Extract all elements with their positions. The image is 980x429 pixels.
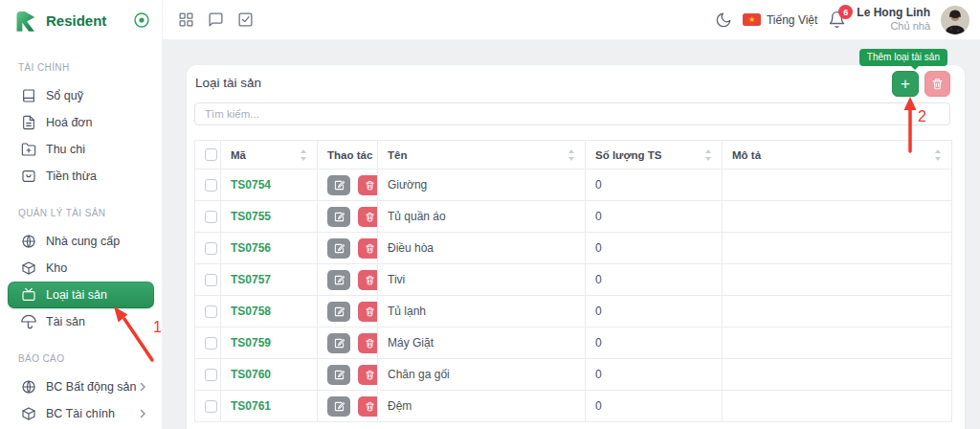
card-actions: + (892, 71, 950, 97)
grid-icon[interactable] (178, 11, 194, 28)
column-header[interactable]: Mô tả (723, 141, 952, 169)
sort-icon[interactable] (300, 149, 307, 161)
asset-type-code-link[interactable]: TS0759 (231, 336, 271, 350)
sidebar-item-tien-thua[interactable]: Tiền thừa (0, 163, 162, 190)
asset-type-code-link[interactable]: TS0755 (231, 210, 271, 223)
sidebar-item-tai-san[interactable]: Tài sản (0, 308, 162, 335)
asset-type-code-link[interactable]: TS0760 (231, 368, 271, 381)
column-header[interactable]: Số lượng TS (586, 141, 723, 169)
sidebar-item-bc-bat-dong-san[interactable]: BC Bất động sản (0, 373, 162, 400)
chevron-right-icon (137, 408, 148, 419)
asset-type-name: Tủ quần áo (378, 201, 586, 233)
dark-mode-moon-icon[interactable] (715, 11, 732, 29)
notifications-bell[interactable]: 6 (828, 11, 846, 29)
edit-button[interactable] (327, 396, 350, 417)
pencil-square-icon (334, 212, 345, 222)
edit-button[interactable] (327, 365, 350, 385)
row-checkbox[interactable] (205, 274, 217, 286)
edit-button[interactable] (327, 207, 350, 227)
delete-row-button[interactable] (358, 175, 377, 195)
sidebar-item-nha-cung-cap[interactable]: Nhà cung cấp (0, 228, 162, 255)
asset-type-code-link[interactable]: TS0754 (231, 178, 271, 192)
user-menu[interactable]: Le Hong Linh Chủ nhà (857, 6, 930, 34)
delete-row-button[interactable] (358, 396, 377, 417)
globe-icon (21, 234, 36, 249)
asset-type-desc (723, 264, 952, 296)
delete-row-button[interactable] (358, 238, 377, 259)
logo-row: Resident (0, 0, 162, 40)
sidebar-item-hoa-don[interactable]: Hoá đơn (0, 109, 162, 136)
content-area: Loại tài sản Thêm loại tài sản + Mã Tha (163, 40, 980, 429)
row-checkbox[interactable] (205, 211, 217, 223)
trash-icon (365, 275, 375, 285)
language-selector[interactable]: ★ Tiếng Việt (743, 13, 817, 27)
avatar[interactable] (941, 6, 969, 34)
sidebar-item-loai-tai-san[interactable]: Loại tài sản (8, 282, 154, 308)
app-window: Resident TÀI CHÍNH Sổ quỹ Hoá đơn Thu ch… (0, 0, 980, 429)
row-checkbox[interactable] (205, 369, 217, 381)
sidebar-item-kho[interactable]: Kho (0, 255, 162, 282)
asset-type-name: Giường (378, 169, 586, 201)
delete-row-button[interactable] (358, 333, 377, 353)
column-header[interactable]: Thao tác (318, 141, 378, 169)
row-checkbox[interactable] (205, 179, 217, 192)
bulk-delete-button[interactable] (924, 71, 950, 97)
header-left-icons (178, 11, 254, 28)
asset-type-code-link[interactable]: TS0756 (231, 241, 271, 255)
sort-icon[interactable] (704, 149, 712, 161)
trash-icon (365, 212, 375, 222)
edit-button[interactable] (327, 302, 350, 322)
chat-icon[interactable] (208, 11, 224, 28)
trash-icon (365, 243, 375, 254)
row-checkbox[interactable] (205, 305, 217, 318)
add-asset-type-button[interactable]: + (892, 71, 919, 97)
pencil-square-icon (334, 370, 345, 380)
table-row: TS0758 Tủ lạnh 0 (195, 296, 952, 327)
column-header[interactable]: Mã (221, 141, 318, 169)
row-checkbox[interactable] (205, 337, 217, 350)
delete-row-button[interactable] (358, 302, 377, 322)
page-title: Loại tài sản (195, 76, 261, 90)
sidebar-item-so-quy[interactable]: Sổ quỹ (0, 82, 162, 109)
sidebar-toggle-icon[interactable] (133, 11, 150, 29)
asset-type-qty: 0 (586, 327, 723, 359)
edit-button[interactable] (327, 333, 350, 353)
asset-type-code-link[interactable]: TS0761 (231, 399, 271, 413)
asset-type-table: Mã Thao tác Tên Số lượng TS Mô tả TS0754 (194, 140, 952, 422)
asset-type-qty: 0 (586, 391, 723, 422)
sidebar-item-bc-tai-chinh[interactable]: BC Tài chính (0, 400, 162, 427)
asset-type-code-link[interactable]: TS0757 (231, 273, 271, 286)
sidebar-item-thu-chi[interactable]: Thu chi (0, 136, 162, 163)
pencil-square-icon (334, 180, 345, 191)
asset-type-desc (723, 327, 952, 359)
column-header[interactable]: Tên (378, 141, 586, 169)
asset-type-desc (723, 169, 952, 201)
asset-type-desc (723, 391, 952, 422)
notification-badge: 6 (838, 5, 853, 19)
row-checkbox[interactable] (205, 242, 217, 255)
asset-type-qty: 0 (586, 233, 723, 264)
asset-type-code-link[interactable]: TS0758 (231, 305, 271, 318)
plus-icon: + (901, 76, 910, 92)
select-all-checkbox[interactable] (205, 148, 217, 161)
trash-icon (365, 370, 375, 380)
pencil-square-icon (334, 306, 345, 317)
delete-row-button[interactable] (358, 365, 377, 385)
tv-icon (21, 287, 36, 303)
package-icon (21, 406, 36, 421)
asset-type-name: Máy Giặt (378, 327, 586, 359)
delete-row-button[interactable] (358, 207, 377, 227)
check-square-icon[interactable] (237, 11, 254, 28)
umbrella-icon (21, 314, 36, 329)
sort-icon[interactable] (934, 149, 942, 161)
edit-button[interactable] (327, 270, 350, 290)
edit-button[interactable] (327, 238, 350, 259)
user-role: Chủ nhà (857, 20, 930, 34)
sort-icon[interactable] (568, 149, 575, 161)
row-checkbox[interactable] (205, 400, 217, 413)
delete-row-button[interactable] (358, 270, 377, 290)
search-input[interactable] (194, 102, 950, 125)
trash-icon (365, 306, 375, 317)
vietnam-flag-icon: ★ (743, 13, 761, 26)
edit-button[interactable] (327, 175, 350, 195)
